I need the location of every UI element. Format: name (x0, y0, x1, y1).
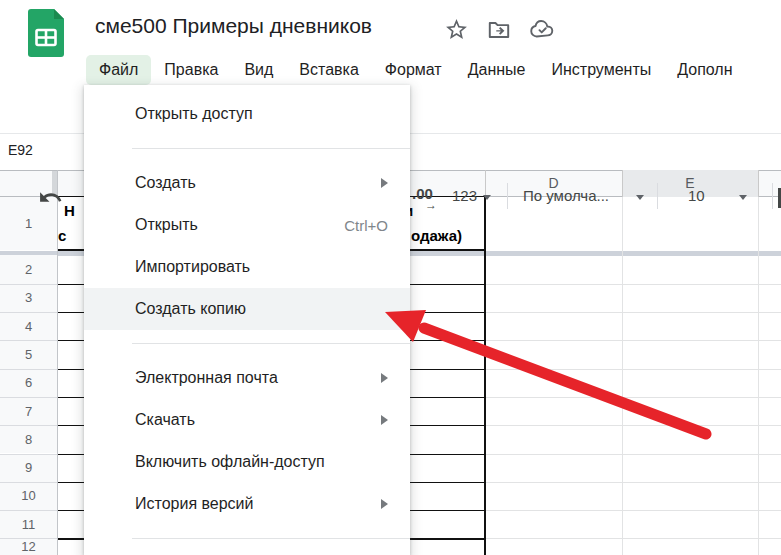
decimal-arrow-icon: → (425, 198, 437, 212)
row-header-5[interactable]: 5 (0, 340, 57, 368)
gridline (485, 425, 781, 426)
decrease-decimal-icon[interactable]: .00 → (412, 185, 433, 202)
menubar-item[interactable]: Вставка (286, 55, 371, 85)
row-header-9[interactable]: 9 (0, 454, 57, 482)
row-header-10[interactable]: 10 (0, 482, 57, 510)
menu-item-label: Открыть доступ (135, 105, 388, 123)
menu-item-label: Включить офлайн-доступ (135, 453, 388, 471)
toolbar-separator (657, 183, 658, 209)
menu-item-label: История версий (135, 495, 381, 513)
gridline (485, 482, 781, 483)
gridline (485, 340, 781, 341)
number-format-label: 123 (452, 187, 477, 204)
gridline (485, 510, 781, 511)
number-format-button[interactable]: 123 (452, 187, 477, 204)
menu-divider (84, 330, 410, 357)
submenu-arrow-icon (381, 373, 388, 383)
menubar-item[interactable]: Данные (455, 55, 539, 85)
menubar-items: ФайлПравкаВидВставкаФорматДанныеИнструме… (86, 55, 746, 85)
menu-item-label: Открыть (135, 216, 344, 234)
folder-move-icon[interactable] (486, 17, 512, 43)
toolbar-separator (772, 183, 773, 209)
sheets-logo-icon[interactable] (28, 9, 64, 61)
row-header-6[interactable]: 6 (0, 369, 57, 397)
document-title[interactable]: сме500 Примеры дневников (95, 14, 372, 38)
menubar-item[interactable]: Дополн (664, 55, 745, 85)
menu-item[interactable]: Включить офлайн-доступ (84, 441, 410, 483)
menu-item[interactable]: Импортировать (84, 246, 410, 288)
menu-item-label: Создать копию (135, 300, 388, 318)
toolbar-separator (507, 183, 508, 209)
menu-item-label: Импортировать (135, 258, 388, 276)
row-header-2[interactable]: 2 (0, 255, 57, 283)
submenu-arrow-icon (381, 499, 388, 509)
menu-item[interactable]: Создать копию (84, 288, 410, 330)
column-header-separator (485, 170, 486, 197)
menu-item-label: Скачать (135, 411, 381, 429)
header-cell-fragment: Н (64, 202, 75, 219)
menu-divider (84, 135, 410, 162)
menu-item[interactable]: Открыть доступ (84, 93, 410, 135)
font-family-dropdown-icon[interactable] (636, 195, 644, 200)
header-cell-fragment: одажа) (411, 227, 462, 244)
gridline (485, 538, 781, 539)
menu-divider (84, 525, 410, 552)
number-format-dropdown-icon[interactable] (483, 195, 491, 200)
titlebar: сме500 Примеры дневников (0, 0, 781, 57)
cloud-check-icon[interactable] (529, 16, 556, 43)
menu-item-label: Создать (135, 174, 381, 192)
undo-icon[interactable] (38, 185, 63, 214)
file-menu: Открыть доступСоздатьОткрытьCtrl+OИмпорт… (84, 85, 410, 555)
header-cell-fragment: с (58, 227, 66, 244)
menu-item[interactable]: История версий (84, 483, 410, 525)
column-header-separator (758, 170, 759, 197)
menu-item[interactable]: Создать (84, 162, 410, 204)
name-box[interactable]: E92 (8, 142, 33, 158)
menu-item-label: Электронная почта (135, 369, 381, 387)
menubar-item[interactable]: Формат (372, 55, 455, 85)
menu-item[interactable]: Электронная почта (84, 357, 410, 399)
menubar-item[interactable]: Вид (231, 55, 286, 85)
gridline (485, 454, 781, 455)
gridline (485, 397, 781, 398)
submenu-arrow-icon (381, 415, 388, 425)
row-header-7[interactable]: 7 (0, 397, 57, 425)
font-family-dropdown[interactable]: По умолча... (523, 187, 631, 204)
submenu-arrow-icon (381, 178, 388, 188)
row-header-11[interactable]: 11 (0, 510, 57, 538)
star-icon[interactable] (444, 17, 469, 42)
row-header-4[interactable]: 4 (0, 312, 57, 340)
row-header-3[interactable]: 3 (0, 284, 57, 312)
font-size-dropdown[interactable]: 10 (688, 187, 705, 204)
menubar-item[interactable]: Файл (86, 55, 151, 85)
gridline (485, 312, 781, 313)
row-header-8[interactable]: 8 (0, 425, 57, 453)
font-size-dropdown-icon[interactable] (739, 195, 747, 200)
menu-item[interactable]: ОткрытьCtrl+O (84, 204, 410, 246)
menu-item[interactable]: Скачать (84, 399, 410, 441)
menubar-item[interactable]: Инструменты (538, 55, 664, 85)
menubar-item[interactable]: Правка (151, 55, 231, 85)
gridline (485, 284, 781, 285)
menu-item-shortcut: Ctrl+O (344, 217, 388, 234)
row-header-12[interactable]: 12 (0, 538, 57, 555)
google-sheets-window: сме500 Примеры дневников ФайлП (0, 0, 781, 555)
gridline (485, 369, 781, 370)
